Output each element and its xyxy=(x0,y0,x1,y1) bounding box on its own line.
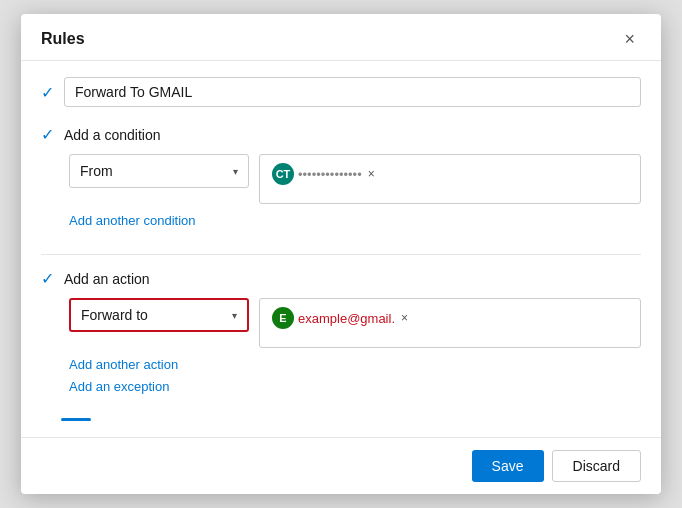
condition-tag-box: CT •••••••••••••• × xyxy=(259,154,641,204)
add-exception-link[interactable]: Add an exception xyxy=(69,379,169,394)
add-action-link[interactable]: Add another action xyxy=(69,357,178,372)
action-header: ✓ Add an action xyxy=(41,269,641,288)
action-content: Forward to ▾ E example@gmail. × xyxy=(69,298,641,348)
action-tag: E example@gmail. × xyxy=(268,305,414,331)
condition-tag-text: •••••••••••••• xyxy=(298,167,362,182)
close-button[interactable]: × xyxy=(618,28,641,50)
rule-name-row: ✓ xyxy=(41,77,641,107)
condition-dropdown[interactable]: From ▾ xyxy=(69,154,249,188)
rule-name-check-icon: ✓ xyxy=(41,83,54,102)
condition-content: From ▾ CT •••••••••••••• × xyxy=(69,154,641,204)
action-dropdown-value: Forward to xyxy=(81,307,148,323)
condition-dropdown-arrow: ▾ xyxy=(233,166,238,177)
section-divider xyxy=(41,254,641,255)
add-condition-link[interactable]: Add another condition xyxy=(69,213,195,228)
action-check-icon: ✓ xyxy=(41,269,54,288)
action-label: Add an action xyxy=(64,271,150,287)
condition-dropdown-value: From xyxy=(80,163,113,179)
dialog-title: Rules xyxy=(41,30,85,48)
condition-tag-remove[interactable]: × xyxy=(366,167,377,181)
bottom-accent-line xyxy=(61,418,91,421)
condition-tag-avatar: CT xyxy=(272,163,294,185)
rule-name-input[interactable] xyxy=(64,77,641,107)
condition-check-icon: ✓ xyxy=(41,125,54,144)
action-tag-remove[interactable]: × xyxy=(399,311,410,325)
action-section: ✓ Add an action Forward to ▾ E example@g… xyxy=(41,269,641,400)
action-tag-avatar: E xyxy=(272,307,294,329)
action-dropdown-arrow: ▾ xyxy=(232,310,237,321)
condition-section: ✓ Add a condition From ▾ CT ••••••••••••… xyxy=(41,125,641,234)
dialog-body: ✓ ✓ Add a condition From ▾ CT ••••••••••… xyxy=(21,61,661,437)
condition-label: Add a condition xyxy=(64,127,161,143)
action-tag-box: E example@gmail. × xyxy=(259,298,641,348)
rules-dialog: Rules × ✓ ✓ Add a condition From ▾ CT xyxy=(21,14,661,494)
condition-tag: CT •••••••••••••• × xyxy=(268,161,381,187)
action-dropdown[interactable]: Forward to ▾ xyxy=(69,298,249,332)
condition-header: ✓ Add a condition xyxy=(41,125,641,144)
discard-button[interactable]: Discard xyxy=(552,450,641,482)
dialog-footer: Save Discard xyxy=(21,437,661,494)
save-button[interactable]: Save xyxy=(472,450,544,482)
dialog-header: Rules × xyxy=(21,14,661,61)
action-tag-text: example@gmail. xyxy=(298,311,395,326)
